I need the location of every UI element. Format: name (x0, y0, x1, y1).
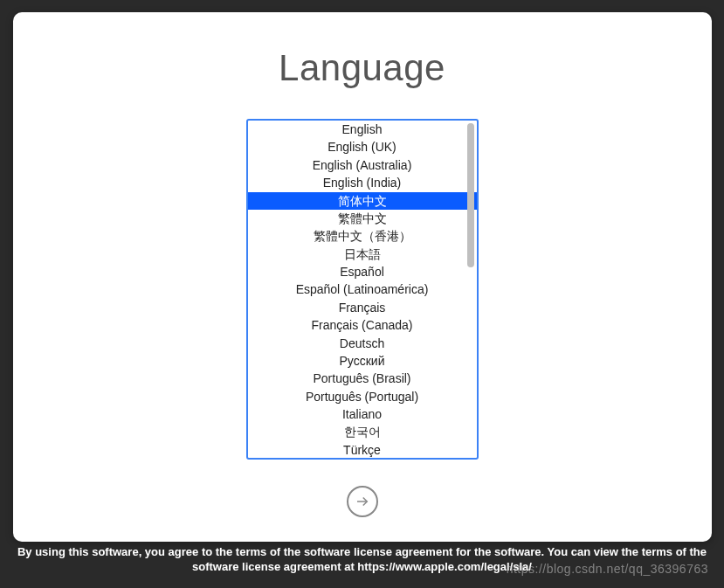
language-option[interactable]: Русский (248, 352, 477, 370)
language-option[interactable]: Português (Portugal) (248, 388, 477, 405)
language-option[interactable]: Português (Brasil) (248, 370, 477, 387)
language-option[interactable]: Français (Canada) (248, 316, 477, 334)
language-option[interactable]: 日本語 (248, 246, 477, 263)
language-list-scroll[interactable]: EnglishEnglish (UK)English (Australia)En… (248, 121, 477, 458)
arrow-right-icon (355, 494, 370, 509)
language-option[interactable]: 繁體中文 (248, 210, 477, 227)
language-option[interactable]: Türkçe (248, 441, 477, 458)
language-option[interactable]: Deutsch (248, 335, 477, 352)
watermark-text: https://blog.csdn.net/qq_36396763 (507, 562, 708, 576)
page-title: Language (279, 47, 445, 89)
language-option[interactable]: Español (Latinoamérica) (248, 280, 477, 298)
language-option[interactable]: Español (248, 263, 477, 280)
language-list-box: EnglishEnglish (UK)English (Australia)En… (246, 119, 479, 460)
continue-button[interactable] (347, 486, 378, 517)
language-option[interactable]: 繁體中文（香港） (248, 227, 477, 245)
language-option[interactable]: 简体中文 (248, 192, 477, 210)
language-option[interactable]: English (Australia) (248, 156, 477, 174)
language-option[interactable]: Italiano (248, 405, 477, 423)
scrollbar-thumb[interactable] (467, 123, 474, 267)
language-option[interactable]: English (248, 121, 477, 138)
scrollbar-track[interactable] (467, 123, 474, 455)
setup-window: Language EnglishEnglish (UK)English (Aus… (13, 12, 712, 542)
language-list: EnglishEnglish (UK)English (Australia)En… (248, 121, 477, 458)
language-option[interactable]: English (India) (248, 174, 477, 191)
language-option[interactable]: 한국어 (248, 423, 477, 440)
language-option[interactable]: Français (248, 299, 477, 316)
language-option[interactable]: English (UK) (248, 138, 477, 156)
